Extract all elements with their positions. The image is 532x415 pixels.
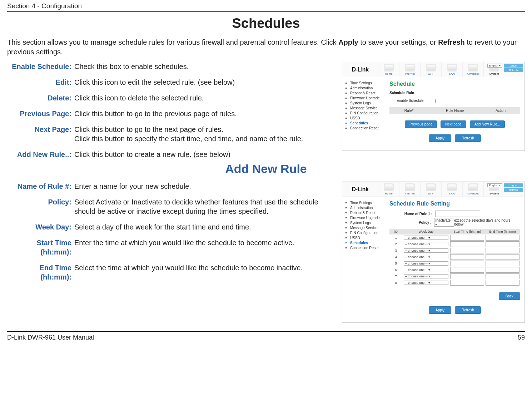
- nav-internet[interactable]: Internet: [399, 62, 420, 77]
- next-page-button[interactable]: Next page: [441, 120, 466, 128]
- refresh-button[interactable]: Refresh: [504, 188, 523, 192]
- def-desc: Click this button to go to the next page…: [74, 125, 335, 143]
- logout-button[interactable]: Logout: [504, 64, 523, 68]
- start-time-input[interactable]: [450, 248, 484, 253]
- language-select[interactable]: English ▾: [487, 64, 502, 68]
- sidebar-item[interactable]: USSD: [350, 116, 383, 120]
- def-desc: Click this icon to delete the selected r…: [74, 93, 335, 103]
- intro-paragraph: This section allows you to manage schedu…: [7, 38, 525, 57]
- nav-home[interactable]: Home: [378, 62, 399, 77]
- footer-page-number: 59: [518, 334, 525, 341]
- sidebar-item[interactable]: Administration: [350, 206, 383, 210]
- col-start: Start Time (hh:mm): [449, 230, 485, 233]
- sidebar-item[interactable]: Reboot & Reset: [350, 211, 383, 215]
- end-time-input[interactable]: [486, 235, 519, 241]
- add-new-rule-button[interactable]: Add New Rule...: [470, 120, 505, 128]
- weekday-select[interactable]: -- choose one -- ▾: [404, 261, 448, 266]
- refresh-button[interactable]: Refresh: [455, 134, 481, 142]
- def-desc: Enter a name for your new schedule.: [74, 182, 335, 191]
- apply-button[interactable]: Apply: [429, 306, 451, 314]
- table-row: 5-- choose one -- ▾: [389, 260, 520, 267]
- nav-wifi[interactable]: Wi-Fi: [420, 182, 441, 197]
- weekday-select[interactable]: -- choose one -- ▾: [404, 255, 448, 259]
- nav-internet[interactable]: Internet: [399, 182, 420, 197]
- globe-icon: [405, 64, 415, 71]
- nav-wifi[interactable]: Wi-Fi: [420, 62, 441, 77]
- enable-schedule-checkbox[interactable]: [431, 99, 436, 103]
- end-time-input[interactable]: [486, 241, 519, 247]
- sidebar-item[interactable]: System Logs: [350, 221, 383, 225]
- start-time-input[interactable]: [450, 241, 484, 247]
- end-time-input[interactable]: [486, 248, 519, 253]
- language-select[interactable]: English ▾: [487, 183, 502, 187]
- start-time-input[interactable]: [450, 273, 484, 279]
- sidebar-item[interactable]: Message Service: [350, 226, 383, 230]
- end-time-input[interactable]: [486, 267, 519, 273]
- def-label: Name of Rule #:: [7, 182, 71, 191]
- sidebar-item[interactable]: Connection Reset: [350, 246, 383, 250]
- end-time-input[interactable]: [486, 254, 519, 260]
- sidebar-item-schedules[interactable]: Schedules: [350, 121, 383, 125]
- sidebar-item[interactable]: Firmware Upgrade: [350, 216, 383, 220]
- def-desc: Select Activate or Inactivate to decide …: [74, 197, 335, 216]
- previous-page-button[interactable]: Previous page: [405, 120, 437, 128]
- policy-select[interactable]: Inactivate ▾: [434, 218, 454, 227]
- sidebar-item-schedules[interactable]: Schedules: [350, 241, 383, 245]
- start-time-input[interactable]: [450, 254, 484, 260]
- back-button[interactable]: Back: [499, 292, 520, 300]
- table-row: 7-- choose one -- ▾: [389, 273, 520, 280]
- weekday-select[interactable]: -- choose one -- ▾: [404, 268, 448, 272]
- end-time-input[interactable]: [486, 261, 519, 266]
- refresh-button[interactable]: Refresh: [455, 306, 481, 314]
- def-label: End Time (hh:mm):: [7, 263, 71, 282]
- sidebar-item[interactable]: Firmware Upgrade: [350, 96, 383, 100]
- section-subtitle: Add New Rule: [7, 162, 525, 176]
- sidebar-item[interactable]: Connection Reset: [350, 126, 383, 130]
- table-row: 8-- choose one -- ▾: [389, 280, 520, 286]
- sidebar-item[interactable]: Reboot & Reset: [350, 91, 383, 95]
- sidebar-item[interactable]: PIN Configuration: [350, 111, 383, 115]
- def-label: Edit:: [7, 78, 71, 87]
- refresh-button[interactable]: Refresh: [504, 68, 523, 72]
- end-time-input[interactable]: [486, 273, 519, 279]
- sidebar-item[interactable]: USSD: [350, 236, 383, 240]
- advanced-icon: [468, 64, 478, 71]
- end-time-input[interactable]: [486, 280, 519, 286]
- col-rule-num: Rule#: [389, 109, 429, 113]
- def-desc: Select the time at which you would like …: [74, 263, 335, 282]
- start-time-input[interactable]: [450, 261, 484, 266]
- weekday-select[interactable]: -- choose one -- ▾: [404, 281, 448, 285]
- start-time-input[interactable]: [450, 235, 484, 241]
- sidebar-item[interactable]: Message Service: [350, 106, 383, 110]
- sidebar-item[interactable]: Time Settings: [350, 201, 383, 205]
- logout-button[interactable]: Logout: [504, 183, 523, 187]
- nav-home[interactable]: Home: [378, 182, 399, 197]
- weekday-select[interactable]: -- choose one -- ▾: [404, 274, 448, 278]
- def-label: Policy:: [7, 197, 71, 216]
- nav-lan[interactable]: LAN: [441, 182, 462, 197]
- nav-advanced[interactable]: Advanced: [462, 182, 483, 197]
- def-label: Add New Rule..:: [7, 150, 71, 159]
- page-title: Schedules: [7, 16, 525, 31]
- def-desc: Select a day of the week for the start t…: [74, 222, 335, 232]
- rule-name-input[interactable]: [435, 211, 480, 217]
- start-time-input[interactable]: [450, 267, 484, 273]
- def-desc: Enter the time at which you would like t…: [74, 238, 335, 257]
- start-time-input[interactable]: [450, 280, 484, 286]
- sidebar-item[interactable]: Administration: [350, 86, 383, 90]
- nav-advanced[interactable]: Advanced: [462, 62, 483, 77]
- sidebar-item[interactable]: System Logs: [350, 101, 383, 105]
- sidebar: Time Settings Administration Reboot & Re…: [342, 197, 385, 322]
- intro-text-1: This section allows you to manage schedu…: [7, 38, 338, 46]
- panel-title: Schedule Rule Setting: [389, 201, 520, 207]
- weekday-select[interactable]: -- choose one -- ▾: [404, 242, 448, 246]
- globe-icon: [405, 183, 415, 191]
- weekday-select[interactable]: -- choose one -- ▾: [404, 248, 448, 253]
- sidebar-item[interactable]: Time Settings: [350, 81, 383, 85]
- weekday-select[interactable]: -- choose one -- ▾: [404, 236, 448, 240]
- apply-button[interactable]: Apply: [429, 134, 451, 142]
- sidebar-item[interactable]: PIN Configuration: [350, 231, 383, 235]
- policy-label: Policy :: [389, 221, 434, 224]
- nav-lan[interactable]: LAN: [441, 62, 462, 77]
- router-screenshot-rule-setting: D-Link Home Internet Wi-Fi LAN Advanced …: [342, 182, 525, 323]
